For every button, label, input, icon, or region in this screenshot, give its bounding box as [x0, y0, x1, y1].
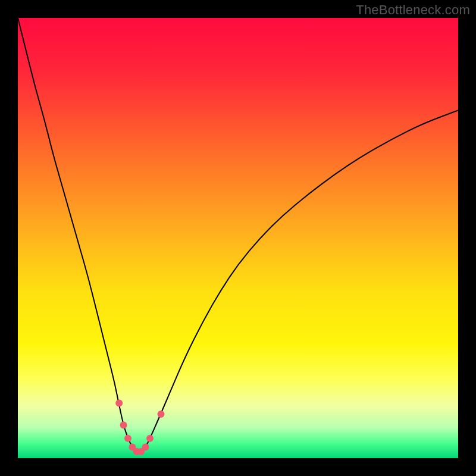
- chart-frame: TheBottleneck.com: [0, 0, 476, 476]
- highlight-point: [142, 444, 149, 451]
- plot-background: [18, 18, 458, 458]
- highlight-point: [124, 435, 131, 442]
- watermark-text: TheBottleneck.com: [356, 2, 470, 18]
- highlight-point: [115, 400, 123, 407]
- highlight-point: [158, 411, 165, 418]
- bottleneck-chart: [0, 0, 476, 476]
- highlight-point: [146, 435, 154, 442]
- highlight-point: [120, 422, 127, 429]
